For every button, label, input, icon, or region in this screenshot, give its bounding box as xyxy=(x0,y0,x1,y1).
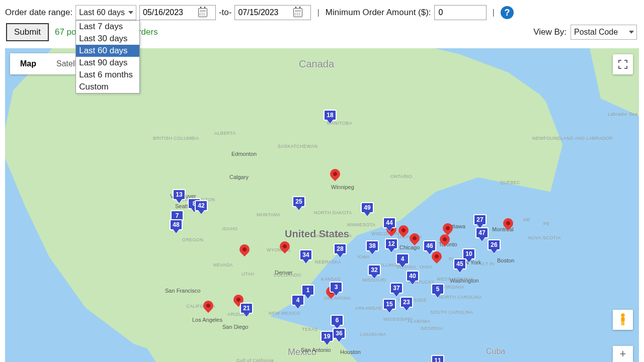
state-label: CT RI xyxy=(482,261,495,266)
state-label: UTAH xyxy=(242,272,254,277)
state-label: GEORGIA xyxy=(421,326,443,331)
map-background xyxy=(5,48,639,362)
state-label: NEWFOUNDLAND AND LABRADOR xyxy=(532,136,613,141)
state-label: ARKANSAS xyxy=(355,306,381,311)
map-marker[interactable]: 25 xyxy=(292,196,305,207)
svg-rect-3 xyxy=(623,322,624,325)
map-marker[interactable]: 12 xyxy=(385,238,398,249)
state-label: KANSAS xyxy=(321,277,341,282)
map-marker[interactable]: 32 xyxy=(368,264,381,276)
state-label: ONTARIO xyxy=(390,174,412,179)
min-amount-input[interactable] xyxy=(434,5,487,20)
city-label: Boston xyxy=(497,257,514,263)
state-label: NEW MEXICO xyxy=(269,311,300,316)
map-marker[interactable]: 15 xyxy=(383,299,396,310)
state-label: BRITISH COLUMBIA xyxy=(153,136,199,141)
map-marker[interactable]: 46 xyxy=(423,240,436,251)
date-range-option[interactable]: Custom xyxy=(76,81,139,93)
map-canvas[interactable]: Canada United States Mexico Cuba Edmonto… xyxy=(5,48,639,362)
map-marker[interactable]: 34 xyxy=(299,249,312,260)
view-by-select[interactable]: Postal Code xyxy=(571,25,637,40)
start-date-field[interactable] xyxy=(139,5,216,20)
city-label: Houston xyxy=(340,349,361,355)
city-label: Calgary xyxy=(229,174,249,180)
date-range-select[interactable]: Last 60 days xyxy=(75,5,136,20)
state-label: ALBERTA xyxy=(214,131,236,136)
map-marker[interactable]: 26 xyxy=(488,239,501,250)
svg-point-0 xyxy=(621,313,624,317)
date-range-option[interactable]: Last 6 months xyxy=(76,69,139,81)
date-range-selected: Last 60 days xyxy=(79,8,125,17)
map-marker[interactable]: 10 xyxy=(462,248,475,259)
city-label: San Francisco xyxy=(165,288,200,294)
state-label: PE xyxy=(543,221,550,226)
map-marker[interactable]: 11 xyxy=(431,355,444,362)
pegman-button[interactable] xyxy=(613,310,633,330)
map-marker[interactable]: 18 xyxy=(324,110,337,121)
map-marker[interactable]: 37 xyxy=(390,283,403,294)
state-label: ALABAMA xyxy=(408,319,430,324)
map-marker[interactable]: 45 xyxy=(453,258,466,269)
state-label: NB xyxy=(523,217,530,222)
map-marker[interactable]: 5 xyxy=(431,284,444,295)
map-marker[interactable]: 19 xyxy=(320,331,334,342)
state-label: Labrador Sea xyxy=(608,112,637,117)
map-marker[interactable]: 3 xyxy=(330,282,343,293)
zoom-in-button[interactable]: + xyxy=(613,346,633,362)
fullscreen-icon xyxy=(618,60,627,69)
map-marker[interactable]: 47 xyxy=(475,227,489,238)
map-marker[interactable]: 13 xyxy=(173,189,186,200)
state-label: WEST VIRGINIA xyxy=(437,277,473,282)
map-marker[interactable]: 1 xyxy=(301,285,314,296)
state-label: SOUTH DAKOTA xyxy=(314,233,352,238)
map-marker[interactable]: 23 xyxy=(400,297,413,308)
country-label-canada: Canada xyxy=(299,58,334,70)
city-label: San Antonio xyxy=(301,347,331,353)
map-marker[interactable]: 4 xyxy=(396,253,409,264)
pegman-icon xyxy=(617,313,628,327)
city-label: Chicago xyxy=(399,244,420,250)
map-marker[interactable]: 40 xyxy=(406,270,419,282)
min-amount-label: Minimum Order Amount ($): xyxy=(326,8,431,18)
help-icon[interactable]: ? xyxy=(501,6,514,19)
date-range-option[interactable]: Last 60 days xyxy=(76,45,139,57)
map-marker[interactable]: 4 xyxy=(291,295,304,306)
map-type-map[interactable]: Map xyxy=(10,53,46,74)
date-range-option[interactable]: Last 90 days xyxy=(76,57,139,69)
map-marker[interactable]: 36 xyxy=(333,328,346,339)
map-marker[interactable]: 44 xyxy=(383,217,396,228)
state-label: LOUISIANA xyxy=(360,332,386,337)
city-label: Edmonton xyxy=(231,151,257,157)
state-label: TEXAS xyxy=(302,327,318,332)
state-label: NOVA SCOTIA xyxy=(528,235,561,240)
map-marker[interactable]: 6 xyxy=(331,315,344,326)
state-label: QUEBEC xyxy=(500,180,520,185)
country-label-cuba: Cuba xyxy=(486,347,505,356)
date-range-option[interactable]: Last 30 days xyxy=(76,33,139,45)
state-label: COLORADO xyxy=(274,273,301,278)
map-marker[interactable]: 21 xyxy=(240,303,253,314)
end-date-field[interactable] xyxy=(234,5,311,20)
state-label: SOUTH CAROLINA xyxy=(430,310,473,315)
fullscreen-button[interactable] xyxy=(613,54,633,74)
start-date-input[interactable] xyxy=(143,8,198,17)
map-marker[interactable]: 42 xyxy=(195,200,208,211)
date-range-label: Order date range: xyxy=(5,8,72,18)
map-marker[interactable]: 28 xyxy=(334,243,347,254)
calendar-icon[interactable] xyxy=(198,8,207,17)
end-date-input[interactable] xyxy=(238,8,293,17)
date-range-option[interactable]: Last 7 days xyxy=(76,21,139,33)
state-label: NEBRASKA xyxy=(315,259,341,264)
map-marker[interactable]: 27 xyxy=(473,214,487,225)
state-label: NEVADA xyxy=(213,262,233,267)
state-label: NORTH DAKOTA xyxy=(314,210,352,215)
map-marker[interactable]: 48 xyxy=(170,219,183,230)
map-marker[interactable]: 38 xyxy=(366,240,379,251)
city-label: Winnipeg xyxy=(331,184,354,190)
submit-button[interactable]: Submit xyxy=(6,23,49,41)
state-label: SASKATCHEWAN xyxy=(278,144,317,149)
svg-rect-1 xyxy=(621,317,624,322)
map-marker[interactable]: 49 xyxy=(361,202,374,213)
calendar-icon[interactable] xyxy=(293,8,302,17)
city-label: Los Angeles xyxy=(192,317,222,323)
